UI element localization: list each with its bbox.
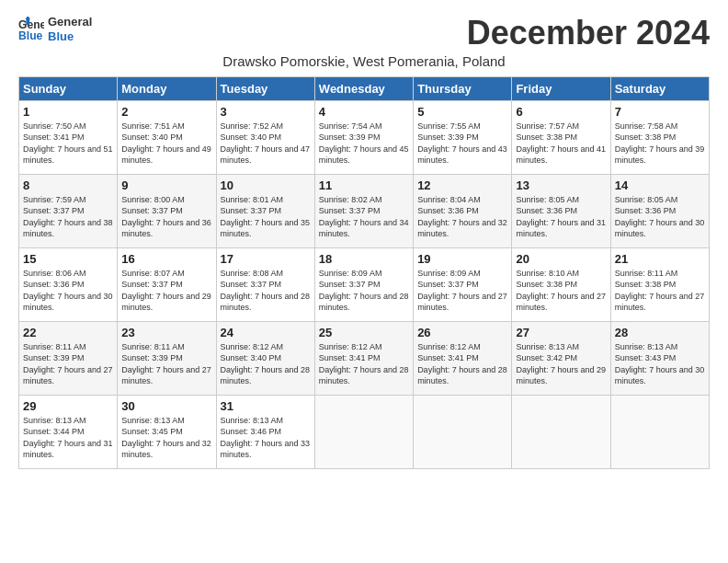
calendar-cell: 12 Sunrise: 8:04 AM Sunset: 3:36 PM Dayl… bbox=[414, 174, 512, 247]
calendar-week-3: 15 Sunrise: 8:06 AM Sunset: 3:36 PM Dayl… bbox=[19, 247, 710, 321]
day-number: 23 bbox=[121, 326, 211, 339]
month-title: December 2024 bbox=[467, 15, 710, 52]
calendar-cell bbox=[414, 395, 512, 468]
calendar-cell: 29 Sunrise: 8:13 AM Sunset: 3:44 PM Dayl… bbox=[19, 395, 118, 468]
day-info: Sunrise: 8:04 AM Sunset: 3:36 PM Dayligh… bbox=[417, 194, 507, 240]
col-saturday: Saturday bbox=[610, 76, 709, 100]
calendar-cell: 26 Sunrise: 8:12 AM Sunset: 3:41 PM Dayl… bbox=[414, 321, 512, 395]
day-info: Sunrise: 8:00 AM Sunset: 3:37 PM Dayligh… bbox=[121, 194, 211, 240]
calendar-cell: 3 Sunrise: 7:52 AM Sunset: 3:40 PM Dayli… bbox=[216, 100, 314, 174]
day-number: 13 bbox=[516, 178, 606, 192]
calendar-cell: 16 Sunrise: 8:07 AM Sunset: 3:37 PM Dayl… bbox=[118, 247, 216, 321]
calendar-cell: 8 Sunrise: 7:59 AM Sunset: 3:37 PM Dayli… bbox=[19, 174, 118, 247]
day-number: 16 bbox=[121, 252, 211, 266]
day-number: 20 bbox=[516, 252, 606, 266]
day-info: Sunrise: 7:58 AM Sunset: 3:38 PM Dayligh… bbox=[615, 121, 705, 167]
col-tuesday: Tuesday bbox=[216, 76, 314, 100]
page: General Blue General Blue December 2024 … bbox=[0, 0, 728, 478]
day-info: Sunrise: 7:52 AM Sunset: 3:40 PM Dayligh… bbox=[221, 121, 311, 167]
calendar-cell: 6 Sunrise: 7:57 AM Sunset: 3:38 PM Dayli… bbox=[512, 100, 610, 174]
day-info: Sunrise: 8:12 AM Sunset: 3:40 PM Dayligh… bbox=[221, 341, 311, 387]
calendar-cell: 15 Sunrise: 8:06 AM Sunset: 3:36 PM Dayl… bbox=[19, 247, 118, 321]
day-info: Sunrise: 8:02 AM Sunset: 3:37 PM Dayligh… bbox=[319, 194, 409, 240]
logo-line1: General bbox=[48, 15, 92, 29]
calendar-table: Sunday Monday Tuesday Wednesday Thursday… bbox=[18, 76, 710, 469]
day-info: Sunrise: 7:59 AM Sunset: 3:37 PM Dayligh… bbox=[23, 194, 113, 240]
day-info: Sunrise: 8:13 AM Sunset: 3:44 PM Dayligh… bbox=[23, 415, 113, 461]
day-number: 4 bbox=[319, 105, 409, 119]
day-number: 14 bbox=[615, 178, 705, 192]
day-number: 6 bbox=[516, 105, 606, 119]
calendar-cell: 31 Sunrise: 8:13 AM Sunset: 3:46 PM Dayl… bbox=[216, 395, 314, 468]
subtitle: Drawsko Pomorskie, West Pomerania, Polan… bbox=[18, 53, 710, 69]
day-info: Sunrise: 8:05 AM Sunset: 3:36 PM Dayligh… bbox=[615, 194, 705, 240]
calendar-cell: 1 Sunrise: 7:50 AM Sunset: 3:41 PM Dayli… bbox=[19, 100, 118, 174]
day-info: Sunrise: 8:09 AM Sunset: 3:37 PM Dayligh… bbox=[417, 268, 507, 314]
day-number: 11 bbox=[319, 178, 409, 192]
day-number: 3 bbox=[221, 105, 311, 119]
calendar-cell: 24 Sunrise: 8:12 AM Sunset: 3:40 PM Dayl… bbox=[216, 321, 314, 395]
day-info: Sunrise: 8:11 AM Sunset: 3:39 PM Dayligh… bbox=[23, 341, 113, 387]
calendar-cell: 14 Sunrise: 8:05 AM Sunset: 3:36 PM Dayl… bbox=[610, 174, 709, 247]
calendar-cell: 19 Sunrise: 8:09 AM Sunset: 3:37 PM Dayl… bbox=[414, 247, 512, 321]
header: General Blue General Blue December 2024 bbox=[18, 15, 710, 52]
day-number: 21 bbox=[615, 252, 705, 266]
day-info: Sunrise: 8:08 AM Sunset: 3:37 PM Dayligh… bbox=[221, 268, 311, 314]
calendar-cell: 28 Sunrise: 8:13 AM Sunset: 3:43 PM Dayl… bbox=[610, 321, 709, 395]
calendar-week-4: 22 Sunrise: 8:11 AM Sunset: 3:39 PM Dayl… bbox=[19, 321, 710, 395]
calendar-cell: 4 Sunrise: 7:54 AM Sunset: 3:39 PM Dayli… bbox=[314, 100, 413, 174]
day-info: Sunrise: 8:01 AM Sunset: 3:37 PM Dayligh… bbox=[221, 194, 311, 240]
day-info: Sunrise: 8:12 AM Sunset: 3:41 PM Dayligh… bbox=[319, 341, 409, 387]
day-number: 8 bbox=[23, 178, 113, 192]
calendar-cell: 21 Sunrise: 8:11 AM Sunset: 3:38 PM Dayl… bbox=[610, 247, 709, 321]
day-number: 7 bbox=[615, 105, 705, 119]
day-number: 1 bbox=[23, 105, 113, 119]
day-info: Sunrise: 7:54 AM Sunset: 3:39 PM Dayligh… bbox=[319, 121, 409, 167]
calendar-cell: 23 Sunrise: 8:11 AM Sunset: 3:39 PM Dayl… bbox=[118, 321, 216, 395]
day-number: 17 bbox=[221, 252, 311, 266]
day-number: 25 bbox=[319, 326, 409, 339]
day-number: 31 bbox=[221, 399, 311, 413]
calendar-cell: 2 Sunrise: 7:51 AM Sunset: 3:40 PM Dayli… bbox=[118, 100, 216, 174]
calendar-cell: 17 Sunrise: 8:08 AM Sunset: 3:37 PM Dayl… bbox=[216, 247, 314, 321]
day-number: 26 bbox=[417, 326, 507, 339]
day-info: Sunrise: 8:13 AM Sunset: 3:42 PM Dayligh… bbox=[516, 341, 606, 387]
day-info: Sunrise: 8:06 AM Sunset: 3:36 PM Dayligh… bbox=[23, 268, 113, 314]
day-number: 28 bbox=[615, 326, 705, 339]
calendar-cell: 9 Sunrise: 8:00 AM Sunset: 3:37 PM Dayli… bbox=[118, 174, 216, 247]
day-info: Sunrise: 8:07 AM Sunset: 3:37 PM Dayligh… bbox=[121, 268, 211, 314]
calendar-week-2: 8 Sunrise: 7:59 AM Sunset: 3:37 PM Dayli… bbox=[19, 174, 710, 247]
day-number: 27 bbox=[516, 326, 606, 339]
calendar-cell: 13 Sunrise: 8:05 AM Sunset: 3:36 PM Dayl… bbox=[512, 174, 610, 247]
calendar-cell: 20 Sunrise: 8:10 AM Sunset: 3:38 PM Dayl… bbox=[512, 247, 610, 321]
calendar-cell: 25 Sunrise: 8:12 AM Sunset: 3:41 PM Dayl… bbox=[314, 321, 413, 395]
svg-text:Blue: Blue bbox=[18, 29, 43, 42]
calendar-cell bbox=[610, 395, 709, 468]
day-number: 12 bbox=[417, 178, 507, 192]
day-info: Sunrise: 7:51 AM Sunset: 3:40 PM Dayligh… bbox=[121, 121, 211, 167]
col-friday: Friday bbox=[512, 76, 610, 100]
day-number: 5 bbox=[417, 105, 507, 119]
col-sunday: Sunday bbox=[19, 76, 118, 100]
day-info: Sunrise: 7:50 AM Sunset: 3:41 PM Dayligh… bbox=[23, 121, 113, 167]
day-info: Sunrise: 8:10 AM Sunset: 3:38 PM Dayligh… bbox=[516, 268, 606, 314]
day-info: Sunrise: 8:11 AM Sunset: 3:39 PM Dayligh… bbox=[121, 341, 211, 387]
day-info: Sunrise: 7:55 AM Sunset: 3:39 PM Dayligh… bbox=[417, 121, 507, 167]
day-number: 10 bbox=[221, 178, 311, 192]
day-number: 24 bbox=[221, 326, 311, 339]
day-number: 30 bbox=[121, 399, 211, 413]
calendar-cell: 27 Sunrise: 8:13 AM Sunset: 3:42 PM Dayl… bbox=[512, 321, 610, 395]
calendar-cell: 10 Sunrise: 8:01 AM Sunset: 3:37 PM Dayl… bbox=[216, 174, 314, 247]
day-info: Sunrise: 8:11 AM Sunset: 3:38 PM Dayligh… bbox=[615, 268, 705, 314]
day-info: Sunrise: 8:13 AM Sunset: 3:43 PM Dayligh… bbox=[615, 341, 705, 387]
day-number: 2 bbox=[121, 105, 211, 119]
col-thursday: Thursday bbox=[414, 76, 512, 100]
day-info: Sunrise: 8:13 AM Sunset: 3:46 PM Dayligh… bbox=[221, 415, 311, 461]
calendar-cell bbox=[512, 395, 610, 468]
calendar-cell: 22 Sunrise: 8:11 AM Sunset: 3:39 PM Dayl… bbox=[19, 321, 118, 395]
calendar-cell bbox=[314, 395, 413, 468]
day-number: 18 bbox=[319, 252, 409, 266]
day-number: 9 bbox=[121, 178, 211, 192]
header-row: Sunday Monday Tuesday Wednesday Thursday… bbox=[19, 76, 710, 100]
day-info: Sunrise: 8:09 AM Sunset: 3:37 PM Dayligh… bbox=[319, 268, 409, 314]
